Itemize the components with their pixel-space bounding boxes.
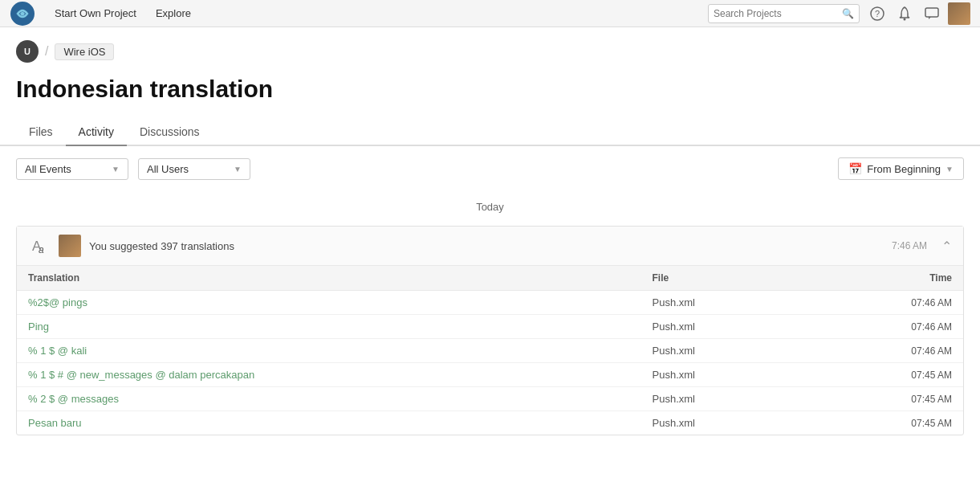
activity-summary: You suggested 397 translations	[89, 240, 884, 252]
chat-icon[interactable]	[921, 2, 943, 25]
breadcrumb: U / Wire iOS	[0, 27, 980, 69]
bell-icon[interactable]	[893, 2, 916, 25]
table-row: Ping Push.xml 07:46 AM	[17, 315, 963, 339]
svg-text:a: a	[39, 244, 44, 255]
translation-cell: % 1 $ # @ new_messages @ dalam percakapa…	[17, 363, 641, 387]
file-cell: Push.xml	[641, 315, 805, 339]
translation-link[interactable]: % 2 $ @ messages	[28, 393, 119, 405]
translation-link[interactable]: Pesan baru	[28, 417, 82, 429]
logo-icon[interactable]	[10, 1, 35, 27]
col-translation: Translation	[17, 266, 641, 291]
table-header-row: Translation File Time	[17, 266, 963, 291]
activity-user-avatar	[59, 235, 81, 257]
page-title: Indonesian translation	[0, 69, 980, 119]
file-cell: Push.xml	[641, 339, 805, 363]
time-cell: 07:45 AM	[805, 363, 963, 387]
translation-cell: Pesan baru	[17, 411, 641, 435]
time-cell: 07:45 AM	[805, 411, 963, 435]
tab-activity[interactable]: Activity	[66, 119, 127, 146]
top-navigation: Start Own Project Explore 🔍 ?	[0, 0, 980, 27]
tabs: Files Activity Discussions	[0, 119, 980, 146]
svg-rect-4	[925, 8, 938, 17]
nav-links: Start Own Project Explore	[45, 0, 708, 27]
date-filter-arrow: ▼	[945, 165, 954, 174]
col-time: Time	[805, 266, 963, 291]
file-cell: Push.xml	[641, 363, 805, 387]
svg-text:?: ?	[875, 9, 880, 18]
activity-toggle-icon[interactable]: ⌃	[941, 239, 952, 254]
table-row: Pesan baru Push.xml 07:45 AM	[17, 411, 963, 435]
events-filter-label: All Events	[25, 163, 71, 175]
tab-files[interactable]: Files	[16, 119, 66, 146]
date-filter-label: From Beginning	[867, 163, 941, 175]
breadcrumb-project[interactable]: Wire iOS	[55, 43, 114, 60]
search-box[interactable]: 🔍	[708, 4, 860, 23]
table-row: % 2 $ @ messages Push.xml 07:45 AM	[17, 387, 963, 411]
users-filter-label: All Users	[147, 163, 189, 175]
activity-time: 7:46 AM	[892, 240, 927, 251]
translation-link[interactable]: %2$@ pings	[28, 296, 87, 308]
translation-cell: % 2 $ @ messages	[17, 387, 641, 411]
tab-discussions[interactable]: Discussions	[127, 119, 213, 146]
activity-item: A a You suggested 397 translations 7:46 …	[16, 226, 964, 435]
table-row: % 1 $ # @ new_messages @ dalam percakapa…	[17, 363, 963, 387]
table-row: % 1 $ @ kali Push.xml 07:46 AM	[17, 339, 963, 363]
events-filter[interactable]: All Events ▼	[16, 158, 128, 180]
activity-area: Today A a You suggested 397 translations…	[0, 191, 980, 435]
time-cell: 07:46 AM	[805, 339, 963, 363]
help-icon[interactable]: ?	[866, 2, 889, 25]
col-file: File	[641, 266, 805, 291]
search-input[interactable]	[714, 8, 842, 19]
events-filter-arrow: ▼	[112, 165, 120, 174]
activity-table: Translation File Time %2$@ pings Push.xm…	[17, 266, 963, 435]
translation-link[interactable]: % 1 $ @ kali	[28, 345, 87, 357]
translation-cell: % 1 $ @ kali	[17, 339, 641, 363]
date-filter[interactable]: 📅 From Beginning ▼	[838, 157, 964, 180]
breadcrumb-separator: /	[45, 44, 48, 59]
user-avatar-breadcrumb[interactable]: U	[16, 40, 39, 63]
calendar-icon: 📅	[848, 162, 862, 175]
translation-link[interactable]: Ping	[28, 321, 49, 333]
translation-cell: Ping	[17, 315, 641, 339]
users-filter-arrow: ▼	[234, 165, 242, 174]
activity-header: A a You suggested 397 translations 7:46 …	[17, 227, 963, 266]
time-cell: 07:46 AM	[805, 315, 963, 339]
time-cell: 07:46 AM	[805, 291, 963, 315]
time-cell: 07:45 AM	[805, 387, 963, 411]
translation-link[interactable]: % 1 $ # @ new_messages @ dalam percakapa…	[28, 369, 254, 381]
svg-point-3	[904, 18, 906, 20]
file-cell: Push.xml	[641, 291, 805, 315]
search-icon: 🔍	[842, 8, 854, 19]
users-filter[interactable]: All Users ▼	[138, 158, 250, 180]
nav-icon-group: ?	[866, 2, 970, 25]
user-avatar[interactable]	[948, 2, 970, 25]
file-cell: Push.xml	[641, 387, 805, 411]
table-row: %2$@ pings Push.xml 07:46 AM	[17, 291, 963, 315]
translation-cell: %2$@ pings	[17, 291, 641, 315]
filters-bar: All Events ▼ All Users ▼ 📅 From Beginnin…	[0, 146, 980, 191]
start-own-project-link[interactable]: Start Own Project	[45, 0, 146, 27]
date-label: Today	[16, 191, 964, 226]
file-cell: Push.xml	[641, 411, 805, 435]
explore-link[interactable]: Explore	[146, 0, 201, 27]
translation-type-icon: A a	[28, 235, 51, 257]
